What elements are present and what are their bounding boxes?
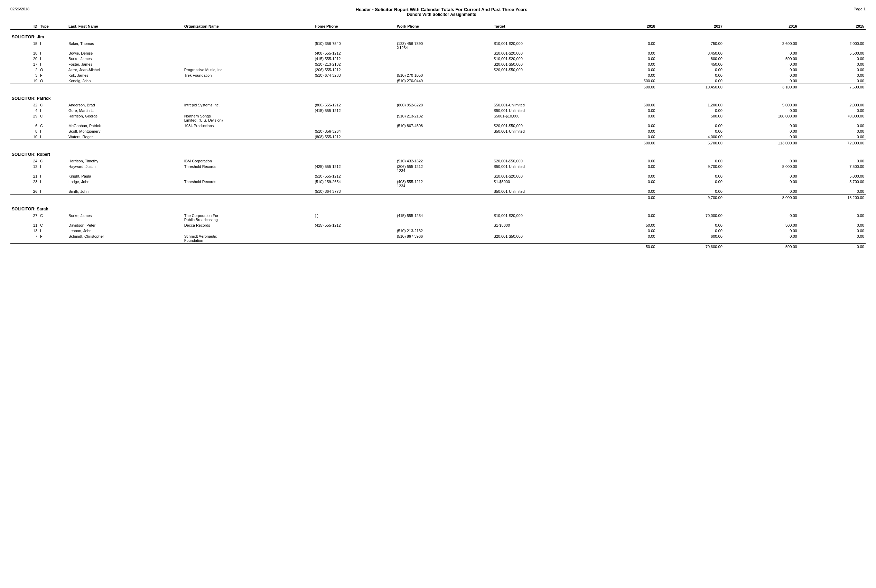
table-row: 2 O Jarre, Jean-Michel Progressive Music… xyxy=(11,67,865,72)
cell-id: 11 xyxy=(11,222,39,228)
cell-name: Smith, John xyxy=(67,189,183,195)
cell-id: 21 xyxy=(11,173,39,179)
cell-home: (425) 555-1212 xyxy=(313,164,395,173)
cell-2015: 2,000.00 xyxy=(799,102,865,108)
cell-2018: 0.00 xyxy=(589,72,657,78)
cell-2015: 0.00 xyxy=(799,123,865,129)
cell-target: $20,001-$50,000 xyxy=(493,158,590,164)
subtotal-2016: 113,000.00 xyxy=(724,140,799,146)
cell-org xyxy=(183,129,314,134)
table-row: 18 I Bowie, Denise (408) 555-1212 $10,00… xyxy=(11,51,865,56)
cell-target: $50,001-Unlimited xyxy=(493,108,590,113)
cell-type: C xyxy=(39,158,67,164)
cell-work: (510) 867-3966 xyxy=(395,234,493,243)
cell-2016: 0.00 xyxy=(724,134,799,140)
cell-type: I xyxy=(39,164,67,173)
col-header-work: Work Phone xyxy=(395,23,493,30)
cell-id: 10 xyxy=(11,134,39,140)
cell-org xyxy=(183,173,314,179)
cell-2016: 0.00 xyxy=(724,67,799,72)
cell-2016: 0.00 xyxy=(724,108,799,113)
cell-name: Hayward, Justin xyxy=(67,164,183,173)
cell-work xyxy=(395,56,493,62)
cell-work: (510) 270-1050 xyxy=(395,72,493,78)
cell-2018: 0.00 xyxy=(589,41,657,51)
subtotal-label xyxy=(11,195,589,201)
cell-name: Jarre, Jean-Michel xyxy=(67,67,183,72)
cell-2016: 0.00 xyxy=(724,123,799,129)
col-header-type: Type xyxy=(39,23,67,30)
cell-work: (415) 555-1234 xyxy=(395,213,493,222)
cell-2016: 108,000.00 xyxy=(724,113,799,123)
cell-2015: 0.00 xyxy=(799,72,865,78)
cell-type: O xyxy=(39,67,67,72)
cell-type: I xyxy=(39,179,67,189)
subtotal-2017: 10,450.00 xyxy=(657,84,724,90)
cell-2018: 50.00 xyxy=(589,222,657,228)
cell-2016: 2,600.00 xyxy=(724,41,799,51)
table-row: 10 I Waters, Roger (808) 555-1212 0.00 4… xyxy=(11,134,865,140)
cell-id: 26 xyxy=(11,189,39,195)
cell-home: (510) 159-2654 xyxy=(313,179,395,189)
subtotal-2016: 500.00 xyxy=(724,243,799,250)
cell-target xyxy=(493,134,590,140)
cell-2015: 5,500.00 xyxy=(799,51,865,56)
cell-2016: 500.00 xyxy=(724,56,799,62)
solicitor-header: SOLICITOR: Jim xyxy=(11,30,865,41)
cell-type: I xyxy=(39,134,67,140)
table-row: 4 I Gore, Martin L. (415) 555-1212 $50,0… xyxy=(11,108,865,113)
cell-2015: 0.00 xyxy=(799,189,865,195)
cell-home: (408) 555-1212 xyxy=(313,51,395,56)
table-row: 8 I Scott, Montgomery (510) 356-3264 $50… xyxy=(11,129,865,134)
cell-target: $5001-$10,000 xyxy=(493,113,590,123)
cell-target: $10,001-$20,000 xyxy=(493,173,590,179)
cell-2018: 0.00 xyxy=(589,51,657,56)
cell-2015: 0.00 xyxy=(799,56,865,62)
col-header-2017: 2017 xyxy=(657,23,724,30)
col-header-home: Home Phone xyxy=(313,23,395,30)
col-header-org: Organization Name xyxy=(183,23,314,30)
cell-home: (510) 364-3773 xyxy=(313,189,395,195)
cell-id: 24 xyxy=(11,158,39,164)
cell-2015: 0.00 xyxy=(799,234,865,243)
cell-target: $1-$5000 xyxy=(493,179,590,189)
table-row: 17 I Foster, James (510) 213-2132 $20,00… xyxy=(11,62,865,67)
cell-2018: 0.00 xyxy=(589,62,657,67)
cell-home: (800) 555-1212 xyxy=(313,102,395,108)
cell-name: Anderson, Brad xyxy=(67,102,183,108)
subtotal-label xyxy=(11,243,589,250)
col-header-2016: 2016 xyxy=(724,23,799,30)
cell-name: Harrison, George xyxy=(67,113,183,123)
cell-id: 19 xyxy=(11,78,39,84)
cell-2015: 0.00 xyxy=(799,108,865,113)
table-row: 11 C Davidson, Peter Decca Records (415)… xyxy=(11,222,865,228)
cell-2015: 0.00 xyxy=(799,158,865,164)
subtotal-2015: 0.00 xyxy=(799,243,865,250)
solicitor-header: SOLICITOR: Robert xyxy=(11,147,865,158)
cell-2017: 1,200.00 xyxy=(657,102,724,108)
solicitor-name: SOLICITOR: Jim xyxy=(11,30,865,41)
cell-2017: 4,000.00 xyxy=(657,134,724,140)
col-header-2018: 2018 xyxy=(589,23,657,30)
cell-2017: 0.00 xyxy=(657,78,724,84)
solicitor-name: SOLICITOR: Patrick xyxy=(11,91,865,102)
cell-2016: 0.00 xyxy=(724,189,799,195)
cell-work xyxy=(395,189,493,195)
cell-2017: 70,000.00 xyxy=(657,213,724,222)
solicitor-header: SOLICITOR: Patrick xyxy=(11,91,865,102)
cell-2015: 0.00 xyxy=(799,228,865,234)
cell-org: Threshold Records xyxy=(183,164,314,173)
table-row: 12 I Hayward, Justin Threshold Records (… xyxy=(11,164,865,173)
subtotal-2017: 70,600.00 xyxy=(657,243,724,250)
cell-name: Knight, Paula xyxy=(67,173,183,179)
col-header-name: Last, First Name xyxy=(67,23,183,30)
cell-work: (206) 555-12121234 xyxy=(395,164,493,173)
cell-name: Burke, James xyxy=(67,56,183,62)
cell-work xyxy=(395,222,493,228)
cell-type: I xyxy=(39,41,67,51)
cell-type: I xyxy=(39,51,67,56)
cell-name: Bowie, Denise xyxy=(67,51,183,56)
report-date: 02/26/2018 xyxy=(11,7,29,11)
cell-org xyxy=(183,108,314,113)
cell-name: Koneig, John xyxy=(67,78,183,84)
